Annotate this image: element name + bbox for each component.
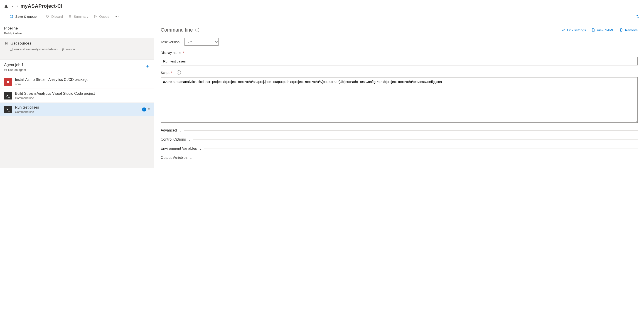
add-task-button[interactable]: ＋ [145, 63, 150, 70]
svg-rect-2 [6, 5, 6, 5]
link-settings-button[interactable]: Link settings [562, 28, 586, 32]
terminal-icon: >_ [4, 106, 12, 113]
detail-title: Command line [161, 27, 193, 33]
remove-button[interactable]: Remove [620, 28, 638, 32]
section-label: Environment Variables [161, 147, 197, 151]
svg-point-5 [10, 49, 11, 49]
task-row[interactable]: nInstall Azure Stream Analytics CI/CD pa… [0, 75, 154, 89]
collapse-icon[interactable] [636, 14, 640, 19]
chevron-down-icon: ⌄ [179, 129, 182, 132]
toolbar-more[interactable]: ⋯ [114, 14, 119, 19]
svg-rect-11 [592, 29, 594, 31]
queue-button[interactable]: Queue [93, 14, 110, 19]
terminal-icon: >_ [4, 92, 12, 100]
display-name-input[interactable] [161, 57, 638, 65]
toolbar: Save & queue ⌄ Discard Summary Queue ⋯ [0, 11, 644, 23]
section-control-options[interactable]: Control Options⌄ [161, 137, 638, 142]
summary-label: Summary [74, 15, 88, 19]
section-label: Control Options [161, 137, 186, 142]
breadcrumb-ellipsis[interactable]: ⋯ [10, 4, 14, 9]
summary-button[interactable]: Summary [68, 14, 88, 19]
section-divider [193, 139, 638, 140]
svg-point-8 [64, 48, 64, 49]
link-icon [562, 28, 565, 32]
play-icon [93, 14, 97, 19]
get-sources-title: Get sources [10, 41, 31, 46]
task-version-select[interactable]: 2.* [184, 38, 218, 46]
task-subtitle: Command line [15, 110, 39, 114]
section-advanced[interactable]: Advanced⌄ [161, 128, 638, 132]
pipeline-subtitle: Build pipeline [4, 32, 22, 35]
list-icon [68, 14, 72, 19]
chevron-down-icon: ⌄ [190, 156, 192, 159]
toolbar-divider [4, 14, 4, 19]
check-icon: ✓ [142, 107, 146, 112]
sources-icon [4, 41, 8, 46]
discard-label: Discard [51, 15, 63, 19]
task-title: Build Stream Analytics Visual Studio Cod… [15, 92, 95, 96]
breadcrumb: ⋯ › myASAProject-CI [0, 0, 644, 11]
page-title: myASAProject-CI [20, 3, 62, 9]
svg-rect-9 [4, 69, 6, 70]
required-icon: * [171, 71, 172, 75]
copy-icon [591, 28, 595, 32]
pipeline-header[interactable]: Pipeline Build pipeline ⋯ [0, 23, 154, 38]
save-queue-label: Save & queue [15, 15, 36, 19]
branch-name: master [66, 48, 75, 51]
drag-handle-icon[interactable]: ⠿ [148, 109, 150, 110]
section-divider [194, 158, 638, 158]
save-queue-button[interactable]: Save & queue ⌄ [9, 14, 40, 19]
pipeline-more[interactable]: ⋯ [145, 26, 150, 33]
task-version-label: Task version [161, 40, 180, 44]
undo-icon [46, 14, 50, 19]
info-icon[interactable]: i [195, 28, 199, 32]
task-row[interactable]: >_Build Stream Analytics Visual Studio C… [0, 89, 154, 103]
script-textarea[interactable] [161, 77, 638, 123]
section-label: Output Variables [161, 156, 188, 160]
section-environment-variables[interactable]: Environment Variables⌄ [161, 147, 638, 151]
section-label: Advanced [161, 128, 177, 132]
section-output-variables[interactable]: Output Variables⌄ [161, 156, 638, 160]
chevron-right-icon: › [17, 4, 18, 9]
chevron-down-icon: ⌄ [199, 147, 202, 150]
svg-rect-3 [11, 15, 12, 16]
link-settings-label: Link settings [567, 28, 586, 32]
branch-icon [62, 48, 65, 51]
queue-label: Queue [99, 15, 110, 19]
save-icon [9, 14, 14, 19]
repo-icon [10, 48, 13, 51]
svg-point-7 [62, 50, 63, 51]
view-yaml-button[interactable]: View YAML [591, 28, 614, 32]
trash-icon [620, 28, 623, 32]
task-row[interactable]: >_Run test casesCommand line✓⠿ [0, 103, 154, 117]
script-label: Script [161, 71, 169, 75]
chevron-down-icon: ⌄ [188, 138, 190, 141]
svg-rect-0 [4, 7, 8, 8]
task-subtitle: Command line [15, 96, 95, 100]
pipeline-title: Pipeline [4, 26, 22, 31]
info-icon[interactable]: i [177, 70, 181, 75]
task-title: Run test cases [15, 105, 39, 110]
svg-rect-4 [10, 48, 12, 51]
svg-rect-10 [4, 70, 6, 71]
pipeline-icon [4, 4, 8, 8]
task-title: Install Azure Stream Analytics CI/CD pac… [15, 78, 88, 82]
get-sources[interactable]: Get sources azure-streamanalytics-cicd-d… [0, 38, 154, 54]
npm-icon: n [4, 78, 12, 86]
tasks-panel: Pipeline Build pipeline ⋯ Get sources [0, 23, 154, 168]
agent-job-title: Agent job 1 [4, 63, 26, 67]
task-subtitle: npm [15, 83, 88, 86]
svg-rect-1 [6, 6, 7, 7]
task-detail-panel: Command line i Link settings [154, 23, 644, 168]
discard-button[interactable]: Discard [46, 14, 63, 19]
repo-name: azure-streamanalytics-cicd-demo [14, 48, 58, 51]
chevron-down-icon: ⌄ [38, 15, 40, 18]
required-icon: * [183, 51, 184, 55]
agent-job-subtitle: Run on agent [8, 68, 26, 72]
agent-job[interactable]: Agent job 1 Run on agent ＋ [0, 59, 154, 75]
remove-label: Remove [625, 28, 638, 32]
view-yaml-label: View YAML [597, 28, 614, 32]
display-name-label: Display name [161, 51, 181, 55]
section-divider [184, 130, 638, 131]
server-icon [4, 69, 7, 71]
